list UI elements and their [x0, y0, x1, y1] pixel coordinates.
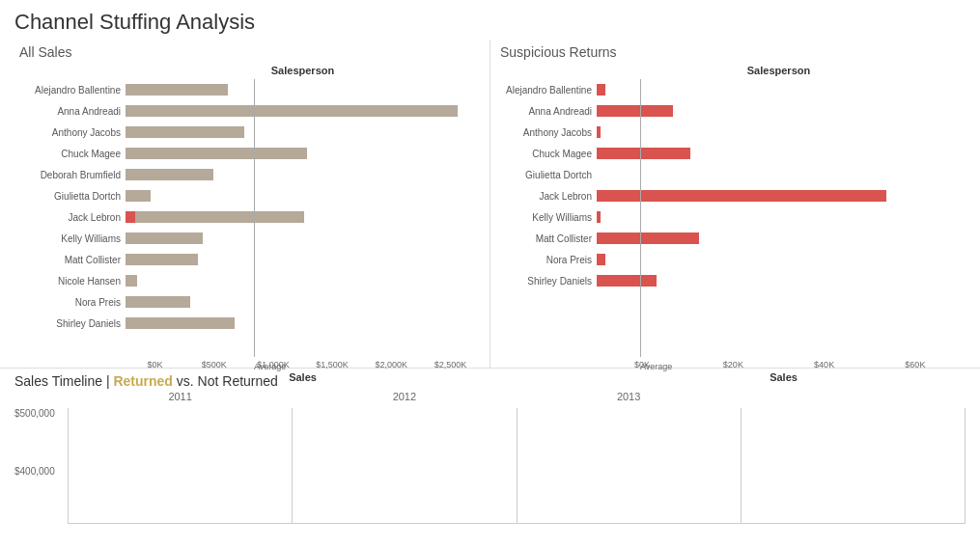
- x-tick: $2,500K: [421, 360, 480, 369]
- table-row: Jack Lebron: [19, 207, 480, 227]
- table-row: Nora Preis: [500, 250, 961, 269]
- bar-container: [597, 274, 961, 287]
- table-row: Anthony Jacobs: [19, 123, 480, 142]
- table-row: Matt Collister: [19, 250, 480, 269]
- all-sales-chart: Salesperson Alejandro BallentineAnna And…: [19, 65, 480, 383]
- average-line: [640, 79, 641, 357]
- x-tick: $20K: [687, 360, 778, 369]
- bar-label: Matt Collister: [19, 255, 126, 265]
- bar: [126, 254, 198, 265]
- timeline-grid: 201120122013: [69, 408, 966, 523]
- suspicious-returns-chart: Salesperson Alejandro BallentineAnna And…: [500, 65, 961, 383]
- bar-label: Nora Preis: [500, 255, 597, 265]
- table-row: Nora Preis: [19, 292, 480, 312]
- timeline-segment: [742, 408, 966, 523]
- bar-container: [597, 147, 961, 160]
- bar-label: Chuck Magee: [19, 149, 126, 159]
- suspicious-returns-title: Suspicious Returns: [500, 44, 961, 60]
- charts-row: All Sales Salesperson Alejandro Ballenti…: [0, 40, 980, 368]
- timeline-segment: 2013: [518, 408, 742, 523]
- timeline-title-text: Sales Timeline: [14, 373, 102, 389]
- bar-container: [126, 274, 480, 287]
- bar-container: [126, 83, 480, 96]
- bar: [126, 84, 228, 96]
- bar: [597, 254, 605, 265]
- bar-label: Chuck Magee: [500, 149, 597, 159]
- bar-container: [597, 104, 961, 118]
- bar: [597, 232, 699, 244]
- bar: [126, 105, 458, 117]
- bar: [597, 84, 605, 96]
- table-row: Chuck Magee: [500, 144, 961, 163]
- timeline-chart: 201120122013: [68, 408, 966, 524]
- all-sales-x-axis: $0K$500K$1,000K$1,500K$2,000K$2,500K: [19, 360, 480, 369]
- bar: [126, 232, 203, 244]
- bar-container: [126, 104, 480, 118]
- suspicious-returns-column-header: Salesperson: [597, 65, 961, 79]
- bar-container: [126, 253, 480, 266]
- bar-label: Shirley Daniels: [19, 318, 126, 329]
- bar-label: Deborah Brumfield: [19, 170, 126, 180]
- x-tick: $0K: [126, 360, 184, 369]
- table-row: Alejandro Ballentine: [19, 80, 480, 99]
- bar: [126, 126, 244, 138]
- bar-container: [126, 295, 480, 309]
- suspicious-returns-section: Suspicious Returns Salesperson Alejandro…: [490, 40, 970, 368]
- bar-container: [126, 125, 480, 139]
- suspicious-returns-axis-label: Sales: [500, 371, 961, 383]
- table-row: Anthony Jacobs: [500, 123, 961, 142]
- bar: [597, 148, 690, 159]
- sales-timeline-section: Sales Timeline | Returned vs. Not Return…: [0, 368, 980, 529]
- bar-container: [597, 83, 961, 96]
- returned-label: Returned: [113, 373, 172, 389]
- bar-container: [597, 232, 961, 245]
- bar-label: Anthony Jacobs: [500, 127, 597, 138]
- bar-container: [126, 210, 480, 224]
- bar-container: [126, 147, 480, 160]
- bar-container: [597, 125, 961, 139]
- bar-container: [126, 316, 480, 330]
- timeline-year-label: 2013: [617, 391, 640, 402]
- table-row: Kelly Williams: [19, 229, 480, 248]
- table-row: Shirley Daniels: [500, 271, 961, 290]
- x-tick: $500K: [184, 360, 243, 369]
- bar: [597, 211, 601, 223]
- bar: [126, 317, 235, 329]
- x-tick: $1,500K: [303, 360, 362, 369]
- average-line: [254, 79, 255, 357]
- all-sales-title: All Sales: [19, 44, 480, 60]
- bar: [126, 190, 151, 202]
- bar-label: Alejandro Ballentine: [19, 85, 126, 96]
- bar-label: Matt Collister: [500, 233, 597, 244]
- bar-label: Anthony Jacobs: [19, 127, 126, 138]
- bar-label: Anna Andreadi: [500, 106, 597, 117]
- table-row: Anna Andreadi: [500, 101, 961, 121]
- bar-label: Kelly Williams: [500, 212, 597, 223]
- x-tick: $0K: [597, 360, 687, 369]
- timeline-segment: 2012: [293, 408, 517, 523]
- bar-container: [126, 168, 480, 181]
- all-sales-section: All Sales Salesperson Alejandro Ballenti…: [10, 40, 490, 368]
- bar-label: Kelly Williams: [19, 233, 126, 244]
- bar-container: [597, 253, 961, 266]
- bar-label: Giulietta Dortch: [500, 170, 597, 180]
- table-row: Giulietta Dortch: [19, 186, 480, 205]
- bar-container: [126, 189, 480, 203]
- table-row: Alejandro Ballentine: [500, 80, 961, 99]
- bar: [135, 211, 304, 223]
- bar: [597, 126, 601, 138]
- bar-label: Anna Andreadi: [19, 106, 126, 117]
- x-tick: $40K: [779, 360, 870, 369]
- table-row: Matt Collister: [500, 229, 961, 248]
- suspicious-returns-x-axis: $0K$20K$40K$60K: [500, 360, 961, 369]
- bar-label: Giulietta Dortch: [19, 191, 126, 202]
- bar-container: [126, 232, 480, 245]
- bar-container: [597, 189, 961, 203]
- table-row: Deborah Brumfield: [19, 165, 480, 184]
- main-container: Channel Stuffing Analysis All Sales Sale…: [0, 0, 980, 529]
- bar: [126, 275, 137, 287]
- x-tick: $1,000K: [243, 360, 302, 369]
- timeline-segment: 2011: [69, 408, 293, 523]
- table-row: Giulietta Dortch: [500, 165, 961, 184]
- bar: [126, 169, 213, 180]
